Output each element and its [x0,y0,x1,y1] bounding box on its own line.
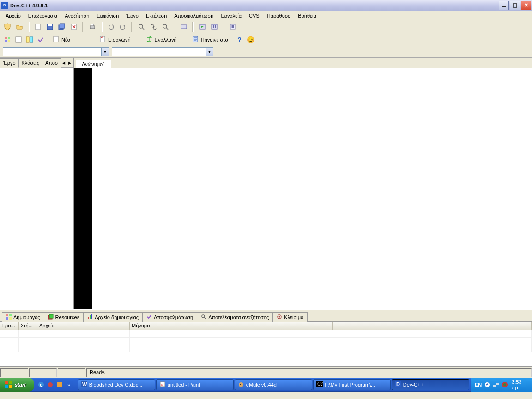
about-icon[interactable]: 😊 [246,35,255,44]
col-col[interactable]: Στή... [19,322,37,330]
bottom-tab-close[interactable]: Κλείσιμο [272,312,308,322]
menu-file[interactable]: Αρχείο [2,12,24,19]
new-file-icon[interactable] [33,22,42,31]
svg-point-12 [151,24,154,27]
rebuild-icon[interactable]: ≡ [228,22,237,31]
svg-text:C:\: C:\ [317,381,323,387]
minimize-button[interactable] [499,1,509,10]
side-tab-project[interactable]: Έργο [0,58,19,68]
shield-icon[interactable] [3,22,12,31]
col-empty[interactable] [333,322,532,330]
app-icon: D [1,2,8,9]
print-icon[interactable] [88,22,97,31]
maximize-button[interactable] [510,1,520,10]
new-doc-icon [52,36,60,44]
save-icon[interactable] [45,22,54,31]
window-title: Dev-C++ 4.9.9.1 [10,3,499,8]
new-button[interactable]: Νέο [49,34,73,45]
side-tab-scroll-left[interactable]: ◀ [61,59,67,67]
bottom-tab-debug[interactable]: Αποσφαλμάτωση [142,312,197,322]
redo-icon[interactable] [118,22,127,31]
svg-rect-34 [9,314,12,316]
menu-view[interactable]: Εμφάνιση [93,12,122,19]
bottom-tab-compiler[interactable]: Δημιουργός [2,312,44,322]
tray-shield-icon[interactable] [501,381,508,388]
task-emule[interactable]: eMule v0.44d [235,379,312,390]
col-line[interactable]: Γρα... [0,322,19,330]
tray-arrow-icon[interactable] [484,381,490,388]
ql-icon-3[interactable] [55,381,64,389]
check-icon[interactable] [36,35,45,44]
ie-icon[interactable]: e [37,381,45,389]
svg-rect-48 [5,385,8,388]
tray-network-icon[interactable] [492,381,499,388]
task-cmd[interactable]: C:\ F:\My First Program\... [313,379,391,390]
menu-search[interactable]: Αναζήτηση [61,12,93,19]
editor-tab-untitled[interactable]: Ανώνυμο1 [76,60,111,68]
compile-run-icon[interactable] [210,22,219,31]
panels-icon[interactable] [25,35,34,44]
menu-debug[interactable]: Αποσφαλμάτωση [170,12,217,19]
save-all-icon[interactable] [57,22,66,31]
task-paint[interactable]: untitled - Paint [156,379,234,390]
insert-button[interactable]: Εισαγωγή [96,34,134,45]
help-icon[interactable]: ? [235,35,244,44]
svg-point-13 [153,27,156,30]
find-again-icon[interactable] [161,22,170,31]
titlebar: D Dev-C++ 4.9.9.1 ✕ [0,0,532,11]
bottom-rows[interactable] [0,330,532,366]
menu-edit[interactable]: Επεξεργασία [24,12,61,19]
side-tab-scroll-right[interactable]: ▶ [67,59,73,67]
svg-rect-41 [91,314,92,319]
svg-rect-31 [100,36,105,42]
status-cell-3 [58,368,85,377]
close-button[interactable]: ✕ [521,1,531,10]
bottom-tab-compile-log[interactable]: Αρχείο δημιουργίας [83,312,143,322]
goto-button[interactable]: Πήγαινε στο [188,34,231,45]
chevron-down-icon: ▼ [206,48,213,56]
menu-cvs[interactable]: CVS [245,12,263,19]
close-file-icon[interactable] [69,22,79,31]
bottom-tab-find-results[interactable]: Αποτελέσματα αναζήτησης [197,312,273,322]
compile-icon[interactable] [179,22,188,31]
toggle-button[interactable]: Εναλλαγή [142,34,180,45]
bottom-headers: Γρα... Στή... Αρχείο Μήνυμα [0,322,532,330]
svg-rect-56 [160,382,165,387]
language-indicator[interactable]: EN [475,382,482,387]
open-icon[interactable] [15,22,24,31]
ql-icon-2[interactable] [46,381,54,389]
svg-rect-2 [36,24,40,30]
menu-help[interactable]: Βοήθεια [294,12,320,19]
tray-clock[interactable]: 3:53 πμ [510,379,528,390]
menu-tools[interactable]: Εργαλεία [217,12,245,19]
insert-label: Εισαγωγή [108,37,131,42]
undo-icon[interactable] [106,22,115,31]
svg-rect-38 [49,314,53,318]
combo-left[interactable]: ▼ [3,47,109,56]
svg-rect-67 [496,383,499,385]
bottom-tab-resources[interactable]: Resources [44,312,84,322]
insert-icon [99,36,106,44]
side-tab-classes[interactable]: Κλάσεις [18,58,42,68]
bottom-panel: Δημιουργός Resources Αρχείο δημιουργίας … [0,311,532,367]
find-icon[interactable] [137,22,146,31]
task-word[interactable]: W Bloodshed Dev C.doc... [78,379,155,390]
side-content[interactable] [0,68,73,309]
col-message[interactable]: Μήνυμα [130,322,333,330]
side-panel: Έργο Κλάσεις Αποσ ◀ ▶ [0,58,74,309]
side-tab-debug[interactable]: Αποσ [42,58,61,68]
combo-right[interactable]: ▼ [112,47,213,56]
menu-execute[interactable]: Εκτέλεση [142,12,170,19]
col-file[interactable]: Αρχείο [37,322,130,330]
menu-windows[interactable]: Παράθυρα [263,12,295,19]
run-icon[interactable] [198,22,207,31]
task-devcpp[interactable]: D Dev-C++ [392,379,469,390]
grid4-icon[interactable] [3,35,12,44]
ql-expand-icon[interactable]: » [65,381,73,389]
replace-icon[interactable] [149,22,158,31]
panel-icon[interactable] [14,35,23,44]
menu-project[interactable]: Έργο [122,12,142,19]
start-button[interactable]: start [0,378,34,392]
code-area[interactable] [92,68,532,309]
svg-rect-4 [48,24,52,26]
